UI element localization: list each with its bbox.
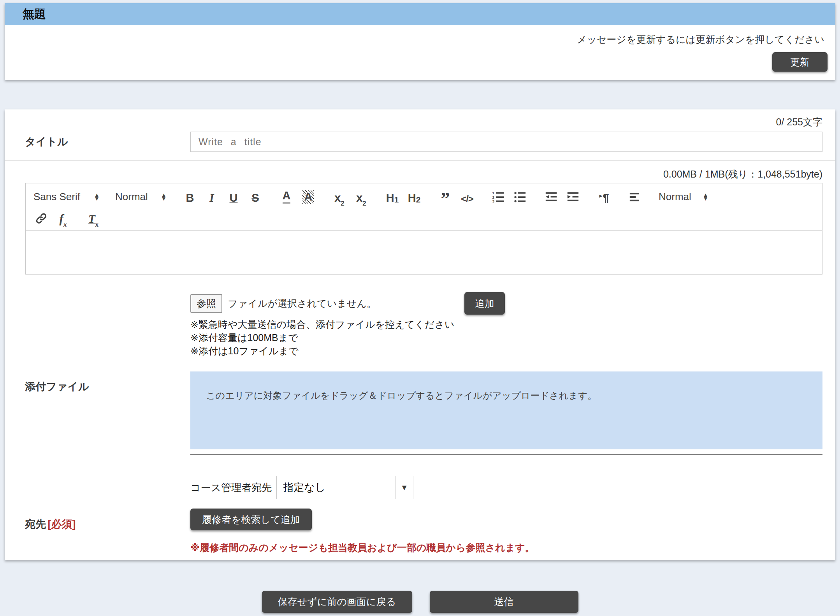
format-picker[interactable]: Normal ▲▼: [115, 191, 167, 203]
superscript-button[interactable]: x2: [353, 188, 369, 205]
search-students-button[interactable]: 履修者を検索して追加: [190, 509, 312, 530]
editor-toolbar: Sans Serif ▲▼ Normal ▲▼: [26, 183, 822, 231]
picker-arrows-icon: ▲▼: [161, 193, 167, 201]
chevron-down-icon: ▼: [395, 476, 413, 499]
subscript-button[interactable]: x2: [332, 188, 347, 205]
svg-text:3: 3: [492, 199, 494, 203]
browse-file-button[interactable]: 参照: [190, 294, 222, 313]
dropzone-divider: [190, 454, 822, 455]
underline-button[interactable]: U: [226, 188, 241, 205]
code-block-button[interactable]: </>: [459, 188, 475, 205]
add-attachment-button[interactable]: 追加: [464, 292, 505, 315]
recipient-label: 宛先: [25, 518, 46, 530]
no-file-selected-text: ファイルが選択されていません。: [228, 297, 376, 310]
blockquote-icon: ”: [441, 188, 450, 204]
message-header-card: 無題 メッセージを更新するには更新ボタンを押してください 更新: [5, 3, 835, 80]
update-section: メッセージを更新するには更新ボタンを押してください 更新: [5, 25, 835, 80]
update-notice-text: メッセージを更新するには更新ボタンを押してください: [12, 33, 828, 46]
recipient-row: 宛先 [必須] コース管理者宛先 指定なし ▼ 履修者を検索して追加 ※履修者間…: [5, 467, 835, 560]
text-color-icon: A: [283, 190, 291, 204]
editor-content-area[interactable]: [26, 231, 822, 274]
file-dropzone[interactable]: このエリアに対象ファイルをドラッグ＆ドロップするとファイルがアップロードされます…: [190, 371, 822, 449]
strikethrough-button[interactable]: S: [248, 188, 263, 205]
attachment-label: 添付ファイル: [25, 381, 89, 392]
outdent-button[interactable]: [543, 188, 559, 205]
course-admin-select-value: 指定なし: [277, 476, 395, 499]
code-icon: </>: [461, 194, 473, 204]
direction-icon: ▸: [599, 193, 602, 199]
send-button[interactable]: 送信: [430, 591, 578, 613]
ordered-list-icon: 1 2 3: [492, 190, 505, 204]
background-color-icon: A: [302, 190, 315, 204]
indent-button[interactable]: [565, 188, 581, 205]
indent-icon: [566, 190, 580, 204]
bold-button[interactable]: B: [182, 188, 198, 205]
align-button[interactable]: [627, 188, 643, 205]
title-input[interactable]: [190, 132, 822, 152]
svg-text:2: 2: [492, 195, 494, 199]
svg-text:1: 1: [492, 191, 494, 195]
title-label: タイトル: [25, 136, 68, 148]
picker-arrows-icon: ▲▼: [703, 193, 708, 201]
required-badge: [必須]: [47, 518, 76, 530]
message-form-card: 0/ 255文字 タイトル 0.00MB / 1MB(残り：1,048,551b…: [5, 109, 835, 560]
outdent-icon: [545, 190, 558, 204]
title-row: 0/ 255文字 タイトル: [5, 109, 835, 161]
heading2-button[interactable]: H2: [406, 188, 422, 205]
clean-format-button[interactable]: Tx: [86, 209, 101, 226]
dropzone-text: このエリアに対象ファイルをドラッグ＆ドロップするとファイルがアップロードされます…: [206, 390, 597, 401]
attachment-note: ※緊急時や大量送信の場合、添付ファイルを控えてください: [190, 318, 822, 331]
message-title-bar: 無題: [5, 3, 835, 25]
blockquote-button[interactable]: ”: [438, 188, 453, 205]
attachment-notes: ※緊急時や大量送信の場合、添付ファイルを控えてください ※添付容量は100MBま…: [190, 318, 822, 357]
size-picker[interactable]: Normal ▲▼: [659, 191, 708, 203]
clean-format-icon: T: [88, 213, 95, 225]
text-direction-button[interactable]: ▸¶: [596, 188, 612, 205]
page-title: 無題: [23, 6, 46, 22]
background-color-button[interactable]: A: [301, 188, 316, 205]
italic-button[interactable]: I: [204, 188, 220, 205]
ordered-list-button[interactable]: 1 2 3: [490, 188, 506, 205]
back-without-saving-button[interactable]: 保存せずに前の画面に戻る: [262, 591, 412, 613]
attachment-row: 添付ファイル 参照 ファイルが選択されていません。 追加 ※緊急時や大量送信の場…: [5, 284, 835, 467]
attachment-note: ※添付容量は100MBまで: [190, 331, 822, 344]
capacity-counter: 0.00MB / 1MB(残り：1,048,551byte): [5, 168, 822, 181]
font-picker[interactable]: Sans Serif ▲▼: [33, 191, 100, 203]
update-button[interactable]: 更新: [772, 52, 828, 72]
heading1-button[interactable]: H1: [385, 188, 400, 205]
course-admin-recipient-label: コース管理者宛先: [190, 481, 272, 495]
title-char-counter: 0/ 255文字: [5, 116, 822, 128]
rich-text-editor: Sans Serif ▲▼ Normal ▲▼: [25, 183, 822, 275]
link-icon: [35, 212, 47, 225]
formula-button[interactable]: fx: [55, 209, 71, 226]
picker-arrows-icon: ▲▼: [94, 193, 100, 201]
link-button[interactable]: [33, 209, 49, 226]
attachment-note: ※添付は10ファイルまで: [190, 344, 822, 357]
recipient-warning-note: ※履修者間のみのメッセージも担当教員および一部の職員から参照されます。: [190, 541, 822, 554]
bullet-list-icon: [513, 190, 527, 204]
course-admin-select[interactable]: 指定なし ▼: [276, 476, 413, 499]
text-color-button[interactable]: A: [279, 188, 294, 205]
align-icon: [629, 190, 642, 204]
bullet-list-button[interactable]: [512, 188, 528, 205]
editor-row: 0.00MB / 1MB(残り：1,048,551byte) Sans Seri…: [5, 161, 835, 284]
formula-icon: f: [60, 213, 63, 225]
footer-actions: 保存せずに前の画面に戻る 送信: [0, 591, 840, 613]
